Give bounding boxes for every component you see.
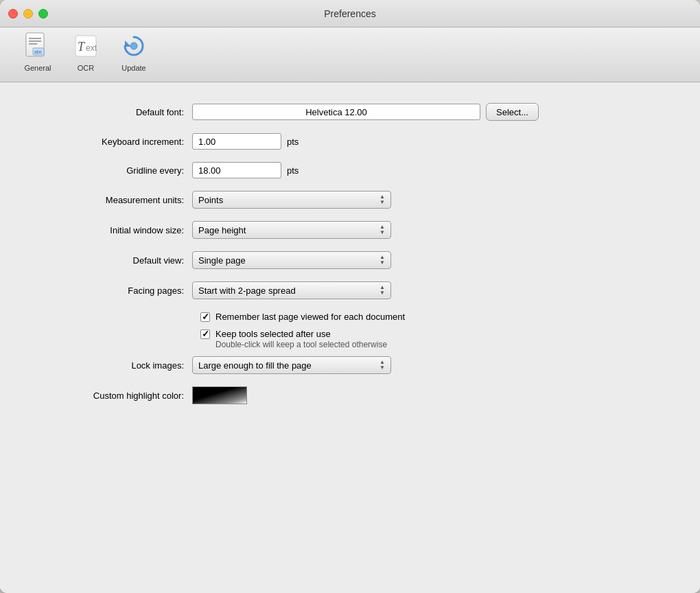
toolbar: abc General T ext OCR [0,27,700,82]
titlebar: Preferences [0,0,700,27]
lock-images-label: Lock images: [41,360,192,371]
ocr-icon: T ext [69,30,102,62]
window-title: Preferences [324,8,375,19]
general-icon: abc [21,30,54,62]
measurement-units-control: Points ▲ ▼ [192,191,391,209]
facing-pages-label: Facing pages: [41,286,192,296]
facing-pages-control: Start with 2-page spread ▲ ▼ [192,281,391,299]
svg-text:abc: abc [34,49,43,54]
svg-point-11 [130,43,137,49]
keep-tools-content: Keep tools selected after use Double-cli… [215,329,387,349]
preferences-window: Preferences [0,0,700,593]
default-view-arrows: ▲ ▼ [380,255,385,266]
remember-last-page-content: Remember last page viewed for each docum… [215,312,405,322]
facing-pages-value: Start with 2-page spread [198,286,296,296]
initial-window-size-arrows: ▲ ▼ [380,224,385,235]
custom-highlight-color-label: Custom highlight color: [41,391,192,401]
default-font-control: Select... [192,103,539,121]
color-swatch[interactable] [192,386,247,404]
remember-last-page-row: Remember last page viewed for each docum… [200,312,659,322]
update-icon [117,30,150,62]
toolbar-item-general[interactable]: abc General [14,25,62,76]
custom-highlight-color-control [192,386,247,404]
lock-images-arrows: ▲ ▼ [380,360,385,371]
toolbar-item-update[interactable]: Update [110,25,158,76]
default-font-input[interactable] [192,104,480,120]
measurement-units-value: Points [198,195,223,205]
keyboard-increment-control: pts [192,133,299,150]
default-view-control: Single page ▲ ▼ [192,251,391,269]
measurement-units-label: Measurement units: [41,195,192,205]
gridline-every-row: Gridline every: pts [41,162,659,178]
initial-window-size-value: Page height [198,225,246,235]
maximize-button[interactable] [38,9,48,19]
remember-last-page-checkbox[interactable] [200,312,210,322]
default-view-label: Default view: [41,255,192,266]
main-content: Default font: Select... Keyboard increme… [0,82,700,593]
measurement-units-select[interactable]: Points ▲ ▼ [192,191,391,209]
color-swatch-inner [193,387,246,404]
facing-pages-row: Facing pages: Start with 2-page spread ▲… [41,281,659,299]
lock-images-value: Large enough to fill the page [198,360,312,371]
gridline-every-input[interactable] [192,162,281,178]
gridline-every-label: Gridline every: [41,165,192,176]
default-view-select[interactable]: Single page ▲ ▼ [192,251,391,269]
initial-window-size-row: Initial window size: Page height ▲ ▼ [41,221,659,239]
select-font-button[interactable]: Select... [486,103,539,121]
initial-window-size-control: Page height ▲ ▼ [192,221,391,239]
remember-last-page-label: Remember last page viewed for each docum… [215,312,405,322]
initial-window-size-select[interactable]: Page height ▲ ▼ [192,221,391,239]
minimize-button[interactable] [23,9,33,19]
default-view-value: Single page [198,255,246,266]
lock-images-control: Large enough to fill the page ▲ ▼ [192,356,391,374]
keep-tools-sublabel: Double-click will keep a tool selected o… [215,340,387,349]
gridline-every-unit: pts [287,165,299,176]
toolbar-item-ocr[interactable]: T ext OCR [62,25,110,76]
toolbar-general-label: General [24,64,51,72]
toolbar-ocr-label: OCR [78,64,94,72]
measurement-units-row: Measurement units: Points ▲ ▼ [41,191,659,209]
facing-pages-select[interactable]: Start with 2-page spread ▲ ▼ [192,281,391,299]
lock-images-row: Lock images: Large enough to fill the pa… [41,356,659,374]
window-controls [8,9,48,19]
gridline-every-control: pts [192,162,299,178]
default-view-row: Default view: Single page ▲ ▼ [41,251,659,269]
custom-highlight-color-row: Custom highlight color: [41,386,659,404]
close-button[interactable] [8,9,18,19]
keep-tools-row: Keep tools selected after use Double-cli… [200,329,659,349]
svg-text:ext: ext [86,43,97,53]
keyboard-increment-label: Keyboard increment: [41,137,192,147]
keyboard-increment-input[interactable] [192,133,281,150]
measurement-units-arrows: ▲ ▼ [380,194,385,205]
keep-tools-label: Keep tools selected after use [215,329,387,339]
facing-pages-arrows: ▲ ▼ [380,285,385,296]
default-font-label: Default font: [41,107,192,117]
keyboard-increment-unit: pts [287,137,299,147]
default-font-row: Default font: Select... [41,103,659,121]
lock-images-select[interactable]: Large enough to fill the page ▲ ▼ [192,356,391,374]
keyboard-increment-row: Keyboard increment: pts [41,133,659,150]
toolbar-update-label: Update [121,64,145,72]
initial-window-size-label: Initial window size: [41,225,192,235]
keep-tools-checkbox[interactable] [200,329,210,339]
